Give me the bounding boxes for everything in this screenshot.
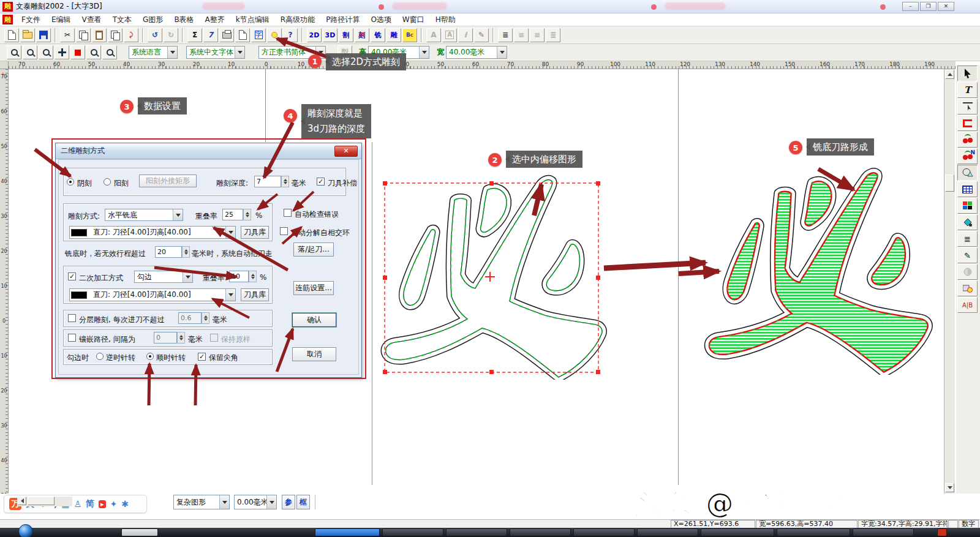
scroll-left-button[interactable] [18, 497, 26, 505]
menu-item[interactable]: k节点编辑 [230, 13, 275, 26]
menu-item[interactable]: O选项 [365, 13, 396, 26]
char-frame-button[interactable]: 字 [251, 28, 266, 42]
ime-user-icon[interactable]: ♙ [74, 499, 81, 509]
milled-character-graphic[interactable] [691, 158, 938, 375]
menu-item[interactable]: E编辑 [46, 13, 77, 26]
start-button[interactable] [18, 524, 33, 537]
vertical-scroll-thumb[interactable] [945, 175, 954, 192]
shape-type-arrow[interactable] [219, 495, 229, 509]
scroll-up-button[interactable] [945, 70, 954, 79]
horizontal-scrollbar[interactable] [17, 497, 72, 506]
text-box-button[interactable]: A [442, 28, 457, 42]
menu-item[interactable]: T文本 [107, 13, 137, 26]
lasso-select-button[interactable] [957, 165, 978, 181]
taskbar-item[interactable] [637, 528, 698, 536]
fill-tool-button[interactable] [957, 214, 978, 230]
minimize-button[interactable]: – [902, 2, 919, 11]
bc-color-button[interactable]: Bc [402, 28, 417, 42]
menu-item[interactable]: B表格 [168, 13, 199, 26]
window-menu-icon[interactable]: 雕 [2, 15, 13, 24]
ime-settings-icon[interactable]: ✱ [121, 499, 129, 509]
sum-button[interactable]: Σ [187, 28, 202, 42]
shape-type-combo[interactable]: 复杂图形 [173, 495, 230, 509]
align-left-button[interactable]: ≣ [498, 28, 513, 42]
kerning-button[interactable]: A|B [957, 297, 978, 313]
node-edit-button[interactable] [957, 99, 978, 115]
paste-special-button[interactable] [108, 28, 123, 42]
paste-button[interactable] [92, 28, 107, 42]
mode-engrave-button[interactable]: 雕 [386, 28, 401, 42]
taskbar-item[interactable] [573, 528, 635, 536]
menu-item[interactable]: H帮助 [430, 13, 461, 26]
language-combo-arrow[interactable] [167, 47, 177, 58]
taskbar-item[interactable] [777, 528, 850, 536]
offset-arrow[interactable] [266, 495, 276, 509]
frame-button[interactable]: 框 [296, 495, 310, 509]
text-tool-button[interactable]: T [957, 82, 978, 98]
ime-simplified-toggle[interactable]: 简 [86, 498, 94, 509]
notes-button[interactable]: ✎ [474, 28, 489, 42]
art-text-n-button[interactable]: N [957, 148, 978, 164]
font-category-combo-arrow[interactable] [235, 47, 244, 58]
help-button[interactable]: ? [283, 28, 298, 42]
menu-item[interactable]: A整齐 [200, 13, 230, 26]
align-center-button[interactable]: ≡ [514, 28, 529, 42]
transform-text-button[interactable]: A [426, 28, 441, 42]
menu-item[interactable]: W窗口 [397, 13, 430, 26]
select-tool-button[interactable] [957, 66, 978, 81]
table-tool-button[interactable] [957, 181, 978, 197]
align-right-button[interactable]: ≡ [530, 28, 545, 42]
taskbar-item[interactable] [510, 528, 571, 536]
menu-item[interactable]: G图形 [137, 13, 168, 26]
taskbar-item[interactable] [446, 528, 507, 536]
menu-item[interactable]: R高级功能 [275, 13, 320, 26]
tip-button[interactable] [267, 28, 282, 42]
mode-cut-button[interactable]: 割 [339, 28, 353, 42]
menu-item[interactable]: F文件 [16, 13, 46, 26]
zoom-page-button[interactable] [102, 45, 117, 59]
language-combo[interactable]: 系统语言 [129, 46, 178, 59]
param-button[interactable]: 参 [282, 495, 295, 509]
width-combo[interactable]: 40.00毫米 [446, 46, 507, 59]
mode-2d-button[interactable]: 2D [307, 28, 322, 42]
taskbar-notification[interactable] [937, 528, 947, 536]
pan-button[interactable] [55, 45, 69, 59]
taskbar-item[interactable] [701, 528, 774, 536]
italic-button[interactable]: I [458, 28, 473, 42]
print-button[interactable] [219, 28, 234, 42]
frame-tool-button[interactable] [957, 115, 978, 131]
mode-mill-button[interactable]: 铣 [371, 28, 385, 42]
outline-character-graphic[interactable] [368, 165, 612, 380]
menu-item[interactable]: V查看 [77, 13, 107, 26]
undo-button[interactable]: ↺ [148, 28, 162, 42]
height-combo-arrow[interactable] [419, 47, 429, 58]
save-button[interactable] [36, 28, 51, 42]
align-justify-button[interactable]: ≣ [546, 28, 560, 42]
close-button[interactable]: ✕ [938, 2, 954, 11]
digit-button[interactable]: 7 [203, 28, 218, 42]
redo-button[interactable]: ↻ [164, 28, 178, 42]
taskbar-item[interactable] [382, 528, 443, 536]
vertical-scrollbar[interactable] [944, 69, 955, 494]
color-blocks-button[interactable] [957, 198, 978, 214]
taskbar-item[interactable] [121, 528, 158, 536]
mode-3d-button[interactable]: 3D [323, 28, 337, 42]
stamp-button[interactable] [957, 280, 978, 296]
taskbar-item-active[interactable] [315, 528, 380, 536]
print-preview-button[interactable] [235, 28, 250, 42]
menu-item[interactable]: P路径计算 [320, 13, 365, 26]
cut-button[interactable]: ✂ [60, 28, 75, 42]
page-edit-button[interactable]: ✎ [957, 247, 978, 263]
open-file-button[interactable] [20, 28, 35, 42]
maximize-button[interactable]: ❐ [920, 2, 937, 11]
zoom-rect-button[interactable] [39, 45, 53, 59]
fill-red-button[interactable] [70, 45, 85, 59]
scroll-down-button[interactable] [945, 483, 954, 492]
ime-skin-icon[interactable]: ✦ [110, 499, 118, 509]
dither-button[interactable] [957, 264, 978, 280]
font-category-combo[interactable]: 系统中文字体 [186, 46, 245, 59]
copy-button[interactable] [76, 28, 91, 42]
art-text-button[interactable] [957, 132, 978, 148]
offset-combo[interactable]: 0.00毫米 [234, 495, 277, 509]
taskbar-item[interactable] [853, 528, 914, 536]
